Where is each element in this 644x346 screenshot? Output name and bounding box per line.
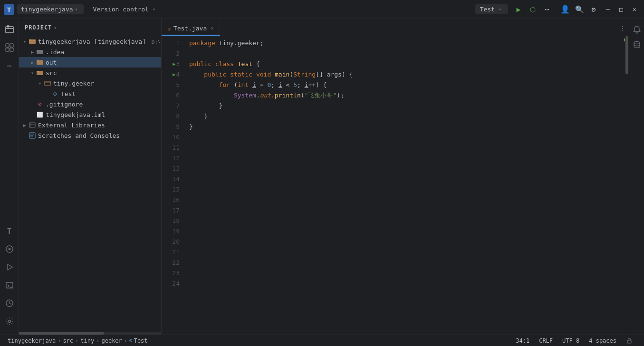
tree-item-out[interactable]: ▶ out [19,57,161,67]
tab-bar: ☕ Test.java ✕ ⋮ [162,19,629,36]
minimize-button[interactable]: ─ [602,4,614,15]
ln-3: ▶3 [162,59,180,69]
tree-item-ext-lib[interactable]: ▶ External Libraries [19,120,161,130]
ln-6: 6 [162,90,180,101]
version-control-arrow: ▾ [153,7,155,12]
ln-5: 5 [162,80,180,90]
tree-arrow-idea: ▶ [29,48,36,56]
code-line-19 [189,226,619,237]
breadcrumb-test: ⊙ Test [129,337,148,344]
activity-more-icon[interactable]: ⋯ [1,57,18,74]
run-button[interactable]: ▶ [512,3,525,16]
code-line-8: } [189,111,619,122]
tab-close-button[interactable]: ✕ [211,25,214,31]
ln-8: 8 [162,111,180,122]
activity-bar: ⋯ T [0,19,19,335]
ln-2: 2 [162,48,180,59]
svg-rect-4 [6,44,9,47]
project-selector[interactable]: tinygeekerjava ▾ [17,4,84,14]
activity-play-icon[interactable] [1,259,18,276]
ln-21: 21 [162,247,180,258]
svg-rect-23 [29,123,35,127]
activity-project-icon[interactable] [1,21,18,38]
tree-arrow-out: ▶ [29,58,36,66]
code-line-9: } [189,122,619,132]
readonly-lock-icon[interactable] [624,337,634,344]
tree-item-iml[interactable]: ⬜ tinygeekjava.iml [19,109,161,120]
run-config-selector[interactable]: Test ▾ [475,4,508,14]
breadcrumb-sep-1: › [58,337,61,344]
code-line-5: for (int i = 0; i < 5; i++) { [189,80,619,90]
activity-history-icon[interactable] [1,295,18,312]
ext-lib-icon [29,121,36,129]
tree-item-scratches[interactable]: Scratches and Consoles [19,130,161,141]
scrollbar-thumb[interactable] [625,36,628,74]
tree-item-root[interactable]: ▾ tinygeekerjava [tinygeekjava] D:\tinyg… [19,36,161,47]
line-ending[interactable]: CRLF [537,337,555,344]
version-control-menu[interactable]: Version control ▾ [89,4,161,14]
titlebar-right-icons: 👤 🔍 ⚙ [557,3,600,16]
activity-settings-icon[interactable] [1,313,18,330]
tree-item-gitignore[interactable]: ⊘ .gitignore [19,99,161,109]
close-button[interactable]: ✕ [629,4,640,15]
vertical-scrollbar[interactable] [625,36,629,335]
tree-label-ext-lib: External Libraries [38,122,105,129]
code-line-21 [189,247,619,258]
code-line-12 [189,153,619,163]
titlebar: T tinygeekerjava ▾ Version control ▾ Tes… [0,0,644,19]
breadcrumb-src: src [63,337,73,344]
code-line-15 [189,184,619,195]
svg-rect-21 [37,71,39,72]
tree-item-src[interactable]: ▾ src [19,67,161,78]
sidebar-content[interactable]: ▾ tinygeekerjava [tinygeekjava] D:\tinyg… [19,36,161,332]
database-icon[interactable] [630,38,644,51]
main-layout: ⋯ T Project ▾ [0,19,644,335]
cursor-position[interactable]: 34:1 [514,337,531,344]
activity-terminal-icon[interactable] [1,277,18,294]
tab-java-icon: ☕ [167,25,171,32]
ln-13: 13 [162,163,180,174]
activity-plugins-icon[interactable] [1,39,18,56]
code-line-24 [189,279,619,289]
tree-item-test[interactable]: ⊙ Test [19,88,161,99]
breadcrumb-sep-4: › [124,337,127,344]
maximize-button[interactable]: □ [615,4,627,15]
encoding[interactable]: UTF-8 [560,337,581,344]
out-folder-icon [36,58,44,66]
notifications-icon[interactable] [630,23,644,36]
ln-1: 1 [162,38,180,48]
settings-icon[interactable]: ⚙ [587,3,600,16]
breadcrumb: tinygeekerjava › src › tiny › geeker › ⊙… [8,337,148,344]
tree-arrow-ext-lib: ▶ [21,121,29,129]
ln-17: 17 [162,205,180,216]
tab-more-button[interactable]: ⋮ [615,20,629,36]
code-line-23 [189,268,619,279]
code-line-17 [189,205,619,216]
code-line-4: public static void main(String[] args) { [189,69,619,80]
code-line-1: package tiny.geeker; [189,38,619,48]
ln-4: ▶4 [162,69,180,80]
run-config-label: Test [480,6,495,13]
svg-rect-19 [37,60,39,61]
tab-test-java[interactable]: ☕ Test.java ✕ [162,20,220,36]
user-icon[interactable]: 👤 [558,3,572,16]
tree-item-package[interactable]: ▾ tiny.geeker [19,78,161,88]
activity-learn-icon[interactable] [1,240,18,258]
tree-label-root: tinygeekerjava [tinygeekjava] D:\tinyge.… [38,38,161,45]
tree-item-idea[interactable]: ▶ .idea [19,47,161,57]
breadcrumb-project: tinygeekerjava [8,337,56,344]
ln-14: 14 [162,174,180,184]
search-icon[interactable]: 🔍 [573,3,586,16]
breadcrumb-sep-3: › [96,337,99,344]
indent-setting[interactable]: 4 spaces [587,337,618,344]
debug-button[interactable]: ⬡ [526,3,539,16]
code-editor[interactable]: package tiny.geeker; public class Test {… [185,36,623,335]
src-folder-icon [36,69,44,77]
ln-12: 12 [162,153,180,163]
test-java-icon: ⊙ [51,90,59,97]
project-arrow: ▾ [75,7,78,12]
more-button[interactable]: ⋯ [540,3,554,16]
svg-rect-15 [29,39,31,40]
run-config-arrow: ▾ [499,7,501,12]
activity-t-icon[interactable]: T [1,222,18,240]
